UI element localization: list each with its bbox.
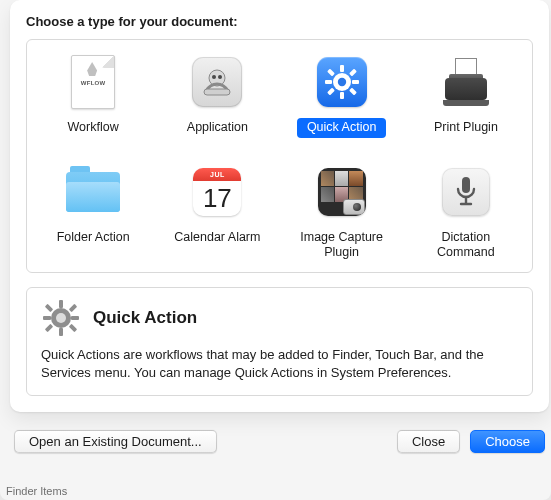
detail-description: Quick Actions are workflows that may be … <box>41 346 518 381</box>
choose-button[interactable]: Choose <box>470 430 545 453</box>
svg-rect-20 <box>43 316 51 320</box>
workflow-icon: WFLOW <box>63 52 123 112</box>
svg-rect-19 <box>59 328 63 336</box>
svg-rect-10 <box>349 69 357 77</box>
svg-rect-12 <box>349 88 357 96</box>
close-button[interactable]: Close <box>397 430 460 453</box>
type-image-capture-plugin[interactable]: Image Capture Plugin <box>280 160 404 266</box>
image-capture-icon <box>312 162 372 222</box>
type-grid-container: WFLOW Workflow <box>26 39 533 273</box>
svg-point-2 <box>218 75 222 79</box>
template-chooser-panel: Choose a type for your document: WFLOW W… <box>10 0 549 412</box>
svg-rect-3 <box>204 89 230 95</box>
svg-rect-7 <box>325 80 332 84</box>
type-label: Quick Action <box>297 118 386 138</box>
detail-box: Quick Action Quick Actions are workflows… <box>26 287 533 396</box>
type-label: Workflow <box>58 118 129 138</box>
svg-rect-8 <box>352 80 359 84</box>
panel-heading: Choose a type for your document: <box>26 14 533 29</box>
svg-rect-6 <box>340 92 344 99</box>
type-grid: WFLOW Workflow <box>31 50 528 266</box>
type-calendar-alarm[interactable]: JUL 17 Calendar Alarm <box>155 160 279 266</box>
type-label: Dictation Command <box>411 228 521 262</box>
background-window-hint: Finder Items <box>6 485 67 497</box>
svg-point-13 <box>337 78 345 86</box>
type-application[interactable]: Application <box>155 50 279 142</box>
calendar-alarm-icon: JUL 17 <box>187 162 247 222</box>
print-plugin-icon <box>436 52 496 112</box>
svg-point-1 <box>212 75 216 79</box>
quick-action-icon <box>312 52 372 112</box>
type-label: Application <box>177 118 258 138</box>
svg-rect-25 <box>69 324 77 332</box>
svg-rect-11 <box>327 88 335 96</box>
gear-icon <box>41 298 81 338</box>
svg-rect-23 <box>69 304 77 312</box>
svg-point-26 <box>56 313 66 323</box>
application-icon <box>187 52 247 112</box>
svg-rect-9 <box>327 69 335 77</box>
type-label: Folder Action <box>47 228 140 248</box>
type-print-plugin[interactable]: Print Plugin <box>404 50 528 142</box>
folder-action-icon <box>63 162 123 222</box>
svg-rect-21 <box>71 316 79 320</box>
svg-rect-5 <box>340 65 344 72</box>
detail-title: Quick Action <box>93 308 197 328</box>
svg-rect-22 <box>45 304 53 312</box>
svg-rect-24 <box>45 324 53 332</box>
type-label: Calendar Alarm <box>164 228 270 248</box>
type-label: Print Plugin <box>424 118 508 138</box>
type-quick-action[interactable]: Quick Action <box>280 50 404 142</box>
dictation-icon <box>436 162 496 222</box>
open-existing-button[interactable]: Open an Existing Document... <box>14 430 217 453</box>
svg-rect-18 <box>59 300 63 308</box>
type-label: Image Capture Plugin <box>287 228 397 262</box>
type-dictation-command[interactable]: Dictation Command <box>404 160 528 266</box>
type-workflow[interactable]: WFLOW Workflow <box>31 50 155 142</box>
svg-rect-14 <box>462 177 470 193</box>
footer: Open an Existing Document... Close Choos… <box>10 430 549 457</box>
type-folder-action[interactable]: Folder Action <box>31 160 155 266</box>
